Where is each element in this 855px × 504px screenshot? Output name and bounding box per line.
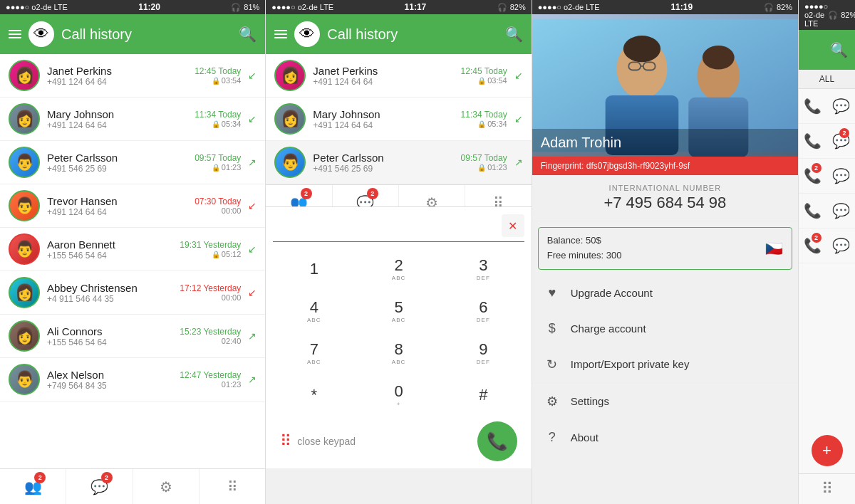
- close-keypad-button[interactable]: ⠿ close keypad: [280, 432, 356, 451]
- sidebar-chat-3[interactable]: 💬: [827, 159, 856, 193]
- phone-icon: 📞: [804, 202, 822, 219]
- sidebar-chat-5[interactable]: 💬: [827, 229, 856, 263]
- nav-chat-1[interactable]: 💬 2: [66, 469, 133, 504]
- call-item-2-3[interactable]: 👨 Peter Carlsson +491 546 25 69 09:57 To…: [266, 141, 531, 184]
- call-number: +749 564 84 35: [47, 381, 172, 391]
- call-info-mary-2: Mary Johnson +491 124 64 64: [313, 108, 453, 130]
- fingerprint-bar: Fingerprint: dfs07jbgsd3h-rf9023yhf-9sf: [532, 157, 798, 175]
- call-item-1-6[interactable]: 👩 Abbey Christensen +4 911 546 44 35 17:…: [0, 271, 265, 315]
- flag-icon: 🇨🇿: [765, 240, 783, 257]
- call-item-1-7[interactable]: 👩 Ali Connors +155 546 54 64 15:23 Yeste…: [0, 315, 265, 358]
- call-item-2-1[interactable]: 👩 Janet Perkins +491 124 64 64 12:45 Tod…: [266, 54, 531, 98]
- sidebar-phone-2[interactable]: 📞: [799, 124, 827, 158]
- dialpad-key-1[interactable]: 1: [273, 249, 355, 288]
- battery-3: 82%: [777, 3, 792, 11]
- call-dial-button[interactable]: 📞: [477, 421, 517, 461]
- call-item-1-5[interactable]: 👨 Aaron Bennett +155 546 54 64 19:31 Yes…: [0, 228, 265, 271]
- intl-number-value: +7 495 684 54 98: [541, 194, 789, 212]
- avatar-alex-1: 👨: [9, 364, 40, 395]
- menu-about[interactable]: ? About: [532, 420, 798, 456]
- battery-4: 82%: [841, 11, 855, 19]
- sidebar-phone-1[interactable]: 📞: [799, 89, 827, 123]
- call-time: 11:34 Today: [195, 110, 241, 120]
- sidebar-chat-1[interactable]: 💬: [827, 89, 856, 123]
- chat-icon: 💬: [832, 167, 850, 184]
- search-button-4[interactable]: 🔍: [830, 41, 848, 58]
- call-direction: ↗: [248, 157, 256, 168]
- header-title-2: Call history: [327, 26, 497, 43]
- fab-add-button[interactable]: +: [812, 435, 843, 466]
- call-direction: ↙: [248, 200, 256, 211]
- search-button-2[interactable]: 🔍: [505, 26, 523, 43]
- call-duration: 🔒 05:12: [180, 250, 241, 258]
- menu-settings-label: Settings: [571, 395, 609, 407]
- call-item-1-8[interactable]: 👨 Alex Nelson +749 564 84 35 12:47 Yeste…: [0, 358, 265, 401]
- call-meta-6: 17:12 Yesterday 00:00: [180, 283, 241, 302]
- all-tab[interactable]: ALL: [819, 74, 834, 84]
- profile-photo-section: Adam Trohin: [532, 14, 798, 157]
- profile-name: Adam Trohin: [541, 135, 789, 151]
- nav-network-1[interactable]: ⚙: [133, 469, 200, 504]
- dialpad-key-7[interactable]: 7ABC: [273, 333, 355, 372]
- settings-icon: ⚙: [544, 394, 561, 409]
- menu-charge-label: Charge account: [571, 322, 646, 335]
- balance-amount: Balance: 50$: [547, 233, 622, 248]
- call-duration: 00:00: [180, 293, 241, 302]
- menu-settings[interactable]: ⚙ Settings: [532, 384, 798, 420]
- call-item-1-2[interactable]: 👩 Mary Johnson +491 124 64 64 11:34 Toda…: [0, 98, 265, 141]
- sidebar-phone-4[interactable]: 📞: [799, 194, 827, 228]
- call-info-mary-1: Mary Johnson +491 124 64 64: [47, 108, 187, 130]
- dialpad-key-hash[interactable]: #: [442, 375, 524, 414]
- menu-button-2[interactable]: [274, 30, 287, 38]
- menu-button-1[interactable]: [9, 30, 21, 38]
- call-name: Abbey Christensen: [47, 282, 172, 294]
- sidebar-chat-2[interactable]: 💬 2: [827, 124, 856, 158]
- status-left-2: ●●●●○ o2-de LTE: [271, 3, 333, 11]
- profile-name-bar: Adam Trohin: [532, 129, 798, 157]
- status-time-1: 11:20: [138, 2, 160, 12]
- search-button-1[interactable]: 🔍: [239, 26, 256, 43]
- menu-upgrade-account[interactable]: ♥ Upgrade Account: [532, 275, 798, 311]
- dialpad-key-6[interactable]: 6DEF: [442, 291, 524, 330]
- sidebar-phone-5[interactable]: 📞 2: [799, 229, 827, 263]
- dialpad-key-5[interactable]: 5ABC: [358, 291, 440, 330]
- dialpad-key-2[interactable]: 2ABC: [358, 249, 440, 288]
- menu-import-export[interactable]: ↻ Import/Export private key: [532, 347, 798, 383]
- dialpad-key-9[interactable]: 9DEF: [442, 333, 524, 372]
- call-meta-1: 12:45 Today 🔒 03:54: [195, 66, 241, 85]
- call-time: 07:30 Today: [195, 196, 241, 206]
- call-direction: ↗: [248, 330, 256, 342]
- status-time-3: 11:19: [670, 2, 693, 12]
- dialpad-key-0[interactable]: 0+: [358, 375, 440, 414]
- call-duration: 01:23: [180, 380, 241, 389]
- status-left-4: ●●●●○ o2-de LTE: [804, 2, 828, 28]
- sidebar-chat-4[interactable]: 💬: [827, 194, 856, 228]
- call-direction: ↙: [514, 113, 523, 125]
- call-meta-3: 09:57 Today 🔒 01:23: [195, 153, 241, 172]
- menu-charge-account[interactable]: $ Charge account: [532, 311, 798, 347]
- call-item-2-2[interactable]: 👩 Mary Johnson +491 124 64 64 11:34 Toda…: [266, 98, 531, 141]
- close-keypad-label: close keypad: [297, 436, 356, 447]
- dialpad-key-3[interactable]: 3DEF: [442, 249, 524, 288]
- call-direction: ↗: [514, 157, 523, 168]
- status-time-2: 11:17: [405, 2, 427, 12]
- status-left-3: ●●●●○ o2-de LTE: [538, 3, 600, 11]
- call-item-1-3[interactable]: 👨 Peter Carlsson +491 546 25 69 09:57 To…: [0, 141, 265, 184]
- panel4-dialpad-icon[interactable]: ⠿: [822, 480, 833, 498]
- call-meta-7: 15:23 Yesterday 02:40: [180, 327, 241, 345]
- dialpad-input-row: ✕: [273, 214, 524, 242]
- dialpad-key-4[interactable]: 4ABC: [273, 291, 355, 330]
- dialpad-key-8[interactable]: 8ABC: [358, 333, 440, 372]
- status-right-4: 🎧 82%: [828, 11, 855, 20]
- dialpad-key-star[interactable]: *: [273, 375, 355, 414]
- call-item-1-4[interactable]: 👨 Trevor Hansen +491 124 64 64 07:30 Tod…: [0, 184, 265, 228]
- nav-contacts-1[interactable]: 👥 2: [0, 469, 66, 504]
- call-duration: 🔒 01:23: [461, 163, 507, 172]
- call-item-1-1[interactable]: 👩 Janet Perkins +491 124 64 64 12:45 Tod…: [0, 54, 265, 98]
- nav-dialpad-1[interactable]: ⠿: [200, 469, 265, 504]
- phone-icon: 📞: [804, 98, 822, 115]
- sidebar-phone-3[interactable]: 📞 2: [799, 159, 827, 193]
- dialpad-delete-button[interactable]: ✕: [502, 214, 524, 237]
- call-meta-2: 11:34 Today 🔒 05:34: [195, 110, 241, 128]
- panel4-bottom-nav: ⠿: [799, 473, 855, 504]
